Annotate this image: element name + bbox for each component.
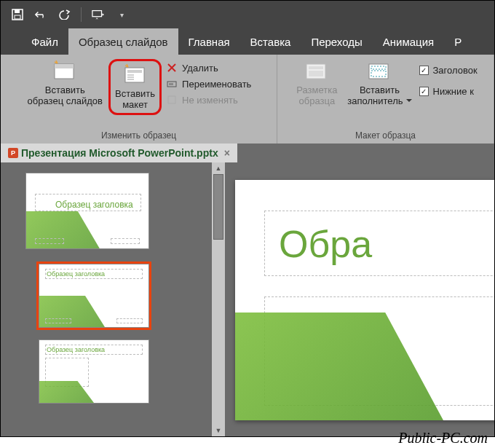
master-thumbnail[interactable]: Образец заголовка xyxy=(25,173,149,249)
scroll-down-icon[interactable]: ▼ xyxy=(212,425,225,436)
rename-button[interactable]: Переименовать xyxy=(166,78,251,90)
document-tab[interactable]: P Презентация Microsoft PowerPoint.pptx … xyxy=(1,144,237,162)
preserve-icon xyxy=(166,94,178,106)
ribbon: Вставить образец слайдов Вставить макет … xyxy=(1,55,494,144)
powerpoint-file-icon: P xyxy=(8,148,18,158)
svg-rect-10 xyxy=(127,79,134,80)
tab-animations[interactable]: Анимация xyxy=(373,28,444,55)
tab-transitions[interactable]: Переходы xyxy=(301,28,372,55)
layout-thumbnail-1[interactable]: Образец заголовка xyxy=(39,264,149,328)
svg-rect-5 xyxy=(55,64,74,68)
insert-placeholder-icon xyxy=(367,60,392,82)
insert-layout-label-2: макет xyxy=(122,99,148,110)
document-title: Презентация Microsoft PowerPoint.pptx xyxy=(21,147,218,159)
ribbon-group-master-layout: Разметка образца Вставить заполнитель ✓ … xyxy=(277,55,494,144)
insert-slide-master-label-2: образец слайдов xyxy=(28,95,103,106)
delete-button[interactable]: Удалить xyxy=(166,62,251,74)
watermark: Public-PC.com xyxy=(398,430,488,447)
insert-layout-label-1: Вставить xyxy=(115,88,155,99)
svg-rect-12 xyxy=(169,83,173,85)
ribbon-tabs: Файл Образец слайдов Главная Вставка Пер… xyxy=(1,28,494,55)
svg-rect-2 xyxy=(15,15,20,19)
checkbox-footers[interactable]: ✓ Нижние к xyxy=(419,86,478,97)
app-window: ▾ Файл Образец слайдов Главная Вставка П… xyxy=(0,0,495,437)
insert-placeholder-button[interactable]: Вставить заполнитель xyxy=(343,58,416,109)
tab-slide-master[interactable]: Образец слайдов xyxy=(68,28,178,55)
from-beginning-icon[interactable] xyxy=(92,8,105,21)
close-tab-icon[interactable]: × xyxy=(224,147,230,159)
slide-title-placeholder[interactable]: Обра xyxy=(279,222,372,266)
insert-placeholder-label-1: Вставить xyxy=(360,85,400,95)
qat-customize-icon[interactable]: ▾ xyxy=(115,8,128,21)
insert-slide-master-button[interactable]: Вставить образец слайдов xyxy=(23,58,107,109)
tab-insert[interactable]: Вставка xyxy=(240,28,301,55)
qat-separator xyxy=(81,7,82,22)
svg-rect-16 xyxy=(309,71,323,76)
check-icon: ✓ xyxy=(419,87,429,96)
scroll-up-icon[interactable]: ▲ xyxy=(212,162,225,174)
thumbnail-scrollbar[interactable]: ▲ ▼ xyxy=(212,162,225,436)
layout-thumb-title-1: Образец заголовка xyxy=(47,270,105,278)
layout-thumbnail-2[interactable]: Образец заголовка xyxy=(39,339,149,404)
svg-rect-7 xyxy=(127,70,142,73)
tab-home[interactable]: Главная xyxy=(178,28,240,55)
preserve-button: Не изменять xyxy=(166,94,251,106)
insert-layout-icon xyxy=(123,64,148,86)
slide-canvas[interactable]: Обра xyxy=(235,180,494,420)
document-tab-bar: P Презентация Microsoft PowerPoint.pptx … xyxy=(1,144,494,162)
svg-rect-13 xyxy=(168,96,175,103)
group-label-edit-master: Изменить образец xyxy=(101,130,176,142)
edit-master-small-buttons: Удалить Переименовать Не изменять xyxy=(163,58,254,106)
master-layout-label-1: Разметка xyxy=(296,85,337,95)
thumbnail-panel: Образец заголовка Образец заголовка Обра… xyxy=(1,162,225,436)
svg-rect-9 xyxy=(127,76,134,78)
checkbox-title[interactable]: ✓ Заголовок xyxy=(419,65,478,76)
tab-review-fragment[interactable]: Р xyxy=(444,28,472,55)
check-icon: ✓ xyxy=(419,66,429,75)
group-label-master-layout: Макет образца xyxy=(355,130,416,142)
redo-icon[interactable] xyxy=(58,8,71,21)
master-layout-button: Разметка образца xyxy=(290,58,343,109)
layout-thumb-title-2: Образец заголовка xyxy=(47,346,105,353)
slide-editor: Обра xyxy=(225,162,494,436)
delete-icon xyxy=(166,62,178,74)
quick-access-toolbar: ▾ xyxy=(1,1,494,28)
work-area: Образец заголовка Образец заголовка Обра… xyxy=(1,162,494,436)
svg-rect-15 xyxy=(309,66,323,69)
master-layout-checks: ✓ Заголовок ✓ Нижние к xyxy=(416,58,480,97)
ribbon-group-edit-master: Вставить образец слайдов Вставить макет … xyxy=(1,55,277,144)
master-layout-label-2: образца xyxy=(299,95,336,106)
scroll-thumb[interactable] xyxy=(213,174,223,240)
svg-rect-3 xyxy=(92,11,102,17)
insert-slide-master-icon xyxy=(52,60,77,82)
master-layout-icon xyxy=(304,60,329,82)
save-icon[interactable] xyxy=(11,8,24,21)
insert-placeholder-label-2: заполнитель xyxy=(347,95,411,106)
insert-slide-master-label-1: Вставить xyxy=(45,85,85,95)
undo-icon[interactable] xyxy=(34,8,47,21)
svg-rect-8 xyxy=(127,74,134,76)
insert-layout-button[interactable]: Вставить макет xyxy=(108,59,162,115)
tab-file[interactable]: Файл xyxy=(21,28,68,55)
svg-rect-1 xyxy=(15,9,20,13)
rename-icon xyxy=(166,78,178,90)
master-thumb-title: Образец заголовка xyxy=(55,200,133,210)
